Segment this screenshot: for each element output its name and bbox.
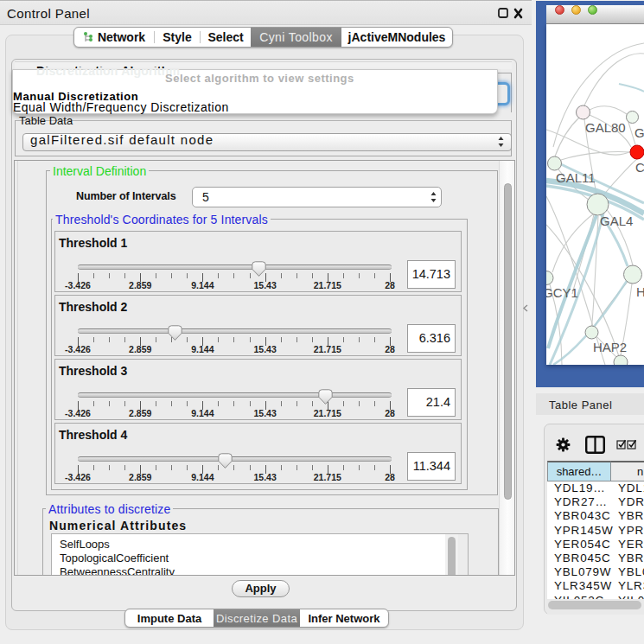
svg-text:GAL11: GAL11 [556, 170, 596, 185]
svg-text:C: C [635, 160, 644, 175]
svg-text:GAL4: GAL4 [600, 214, 633, 228]
svg-text:GA: GA [634, 125, 644, 140]
svg-text:H: H [636, 284, 644, 299]
svg-text:GAL80: GAL80 [585, 120, 626, 135]
svg-text:HAP2: HAP2 [593, 340, 627, 354]
svg-text:GCY1: GCY1 [546, 285, 578, 300]
